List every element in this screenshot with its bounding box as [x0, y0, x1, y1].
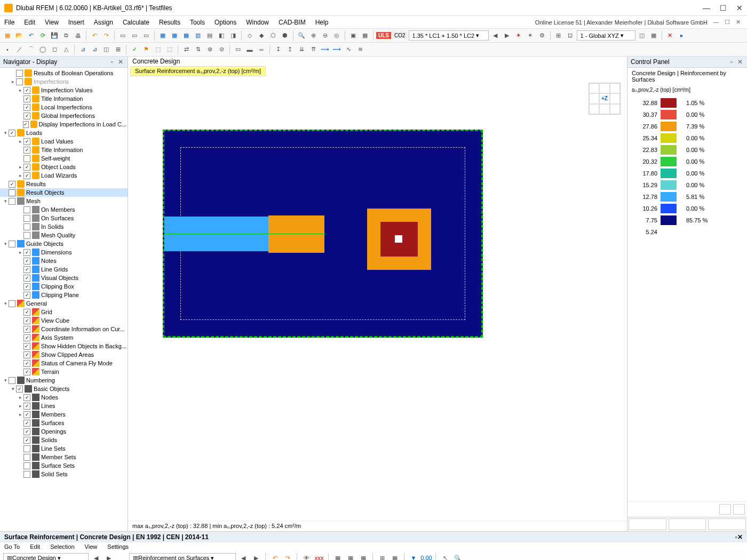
- checkbox[interactable]: [23, 155, 30, 162]
- tool-icon[interactable]: ◇: [244, 30, 255, 41]
- mdi-buttons[interactable]: — ☐ ✕: [713, 19, 743, 26]
- tree-item[interactable]: ▾Basic Objects: [0, 385, 128, 393]
- checkbox[interactable]: [23, 360, 30, 367]
- view-icon[interactable]: ◨: [228, 30, 239, 41]
- tool-icon[interactable]: ≋: [355, 44, 365, 55]
- tool-icon[interactable]: ✶: [525, 30, 536, 41]
- tree-item[interactable]: Results of Boolean Operations: [0, 69, 128, 77]
- tree-item[interactable]: Axis System: [0, 333, 128, 342]
- tree-item[interactable]: View Cube: [0, 316, 128, 325]
- tool-icon[interactable]: ⊞: [113, 44, 123, 55]
- tree-item[interactable]: Member Sets: [0, 453, 128, 461]
- tree-item[interactable]: Clipping Box: [0, 282, 128, 291]
- checkbox[interactable]: [23, 420, 30, 427]
- checkbox[interactable]: [23, 275, 30, 282]
- menu-assign[interactable]: Assign: [94, 19, 113, 26]
- tool-icon[interactable]: ⊡: [565, 30, 576, 41]
- tool-icon[interactable]: ↥: [284, 44, 295, 55]
- tool-icon[interactable]: ◎: [331, 30, 342, 41]
- checkbox[interactable]: [23, 232, 30, 239]
- checkbox[interactable]: [23, 164, 30, 171]
- checkbox[interactable]: [23, 343, 30, 350]
- checkbox[interactable]: [23, 121, 29, 128]
- checkbox[interactable]: [23, 462, 30, 469]
- tree-item[interactable]: Status of Camera Fly Mode: [0, 359, 128, 367]
- checkbox[interactable]: [16, 70, 23, 77]
- checkbox[interactable]: [23, 351, 30, 358]
- tool-icon[interactable]: ⬚: [164, 44, 175, 55]
- undock-icon[interactable]: ▫: [728, 58, 735, 66]
- view-icon[interactable]: ◧: [216, 30, 227, 41]
- tree-item[interactable]: Surfaces: [0, 419, 128, 427]
- tree-item[interactable]: Coordinate Information on Cur...: [0, 325, 128, 333]
- decimals-icon[interactable]: 0.00: [421, 553, 432, 560]
- viewport-3d[interactable]: +Z: [128, 76, 627, 521]
- next-icon[interactable]: ▶: [104, 553, 114, 560]
- draw-icon[interactable]: ⌒: [26, 44, 36, 55]
- menu-window[interactable]: Window: [246, 19, 269, 26]
- tree-item[interactable]: Clipping Plane: [0, 291, 128, 299]
- tree-item[interactable]: Notes: [0, 257, 128, 265]
- tool-icon[interactable]: ✓: [129, 44, 140, 55]
- design-combo[interactable]: ▥ Concrete Design ▾: [3, 553, 89, 561]
- next-icon[interactable]: ▶: [502, 30, 512, 41]
- checkbox[interactable]: [23, 403, 30, 410]
- filter-icon[interactable]: ▼: [408, 553, 419, 560]
- tool-icon[interactable]: ▭: [117, 30, 128, 41]
- tool-icon[interactable]: ⊗: [204, 44, 215, 55]
- checkbox[interactable]: [9, 189, 15, 196]
- new-icon[interactable]: ▦: [2, 30, 13, 41]
- prev-icon[interactable]: ◀: [238, 553, 249, 560]
- close-button[interactable]: ✕: [736, 4, 743, 12]
- tool-icon[interactable]: ⊖: [320, 30, 330, 41]
- table-menu-goto[interactable]: Go To: [4, 543, 20, 550]
- menu-insert[interactable]: Insert: [68, 19, 84, 26]
- tree-item[interactable]: Terrain: [0, 367, 128, 376]
- tree-item[interactable]: ▸Lines: [0, 402, 128, 410]
- tool-icon[interactable]: 👁: [301, 553, 312, 560]
- tree-item[interactable]: Solids: [0, 436, 128, 444]
- tree-item[interactable]: Openings: [0, 427, 128, 436]
- checkbox[interactable]: [16, 386, 23, 393]
- view-icon[interactable]: ▦: [169, 30, 180, 41]
- navigator-tree[interactable]: Results of Boolean Operations▸Imperfecti…: [0, 68, 128, 531]
- tool-icon[interactable]: ⊕: [308, 30, 319, 41]
- tool-icon[interactable]: ↷: [282, 553, 293, 560]
- tool-icon[interactable]: ✕: [665, 30, 676, 41]
- tool-icon[interactable]: ▦: [332, 553, 343, 560]
- tree-item[interactable]: In Solids: [0, 222, 128, 231]
- tool-icon[interactable]: ⊞: [377, 553, 387, 560]
- tool-icon[interactable]: ⚑: [141, 44, 152, 55]
- tree-item[interactable]: ▸Load Values: [0, 137, 128, 146]
- view-cube[interactable]: +Z: [589, 83, 621, 115]
- draw-icon[interactable]: ◯: [37, 44, 48, 55]
- uls-badge[interactable]: ULS: [376, 32, 391, 39]
- tree-item[interactable]: ▸Members: [0, 410, 128, 419]
- tool-icon[interactable]: ⊿: [89, 44, 100, 55]
- checkbox[interactable]: [23, 215, 30, 222]
- checkbox[interactable]: [23, 369, 30, 375]
- tool-icon[interactable]: ▦: [360, 30, 370, 41]
- table-menu-edit[interactable]: Edit: [30, 543, 40, 550]
- redo2-icon[interactable]: ↷: [101, 30, 112, 41]
- checkbox[interactable]: [23, 471, 30, 478]
- checkbox[interactable]: [23, 266, 30, 273]
- tool-icon[interactable]: ⊞: [553, 30, 564, 41]
- cp-button[interactable]: [733, 504, 745, 515]
- color-legend[interactable]: 32.881.05 %30.370.00 %27.867.39 %25.340.…: [627, 95, 747, 501]
- checkbox[interactable]: [23, 258, 30, 265]
- undo-icon[interactable]: ↶: [26, 30, 36, 41]
- tool-icon[interactable]: ✶: [513, 30, 524, 41]
- table-menu-settings[interactable]: Settings: [107, 543, 129, 550]
- table-menu-selection[interactable]: Selection: [50, 543, 74, 550]
- checkbox[interactable]: [23, 95, 30, 102]
- tree-item[interactable]: Show Hidden Objects in Backg...: [0, 342, 128, 350]
- draw-icon[interactable]: ◻: [49, 44, 60, 55]
- tree-item[interactable]: Results: [0, 180, 128, 188]
- tool-icon[interactable]: 🔍: [296, 30, 307, 41]
- tree-item[interactable]: Title Information: [0, 146, 128, 154]
- menu-options[interactable]: Options: [214, 19, 236, 26]
- menu-view[interactable]: View: [45, 19, 59, 26]
- tree-item[interactable]: Self-weight: [0, 154, 128, 163]
- close-panel-icon[interactable]: ✕: [736, 58, 744, 66]
